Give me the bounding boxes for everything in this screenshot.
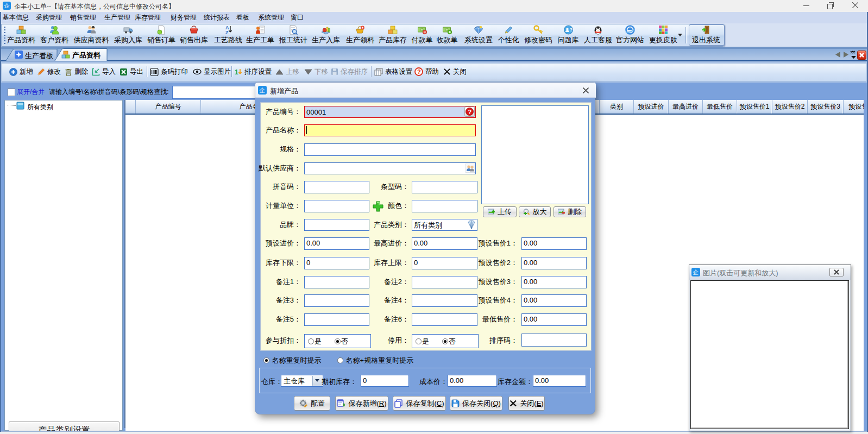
svg-text:?: ? [569, 27, 573, 33]
svg-text:1: 1 [235, 68, 238, 76]
svg-text:Z: Z [225, 30, 229, 35]
svg-text:?: ? [468, 109, 471, 115]
svg-text:?: ? [417, 68, 421, 75]
